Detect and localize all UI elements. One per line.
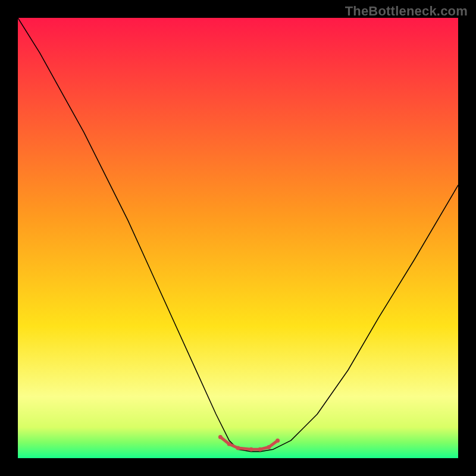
- marker-optimal-zone-marker: [227, 442, 231, 446]
- marker-optimal-zone-marker: [258, 447, 262, 452]
- gradient-background: [18, 18, 458, 458]
- marker-optimal-zone-marker: [236, 446, 240, 450]
- marker-optimal-zone-marker: [218, 435, 223, 439]
- chart-svg: [18, 18, 458, 458]
- plot-area: [18, 18, 458, 458]
- marker-optimal-zone-marker: [275, 439, 280, 443]
- chart-frame: TheBottleneck.com: [0, 0, 476, 476]
- marker-optimal-zone-marker: [249, 447, 253, 452]
- watermark-text: TheBottleneck.com: [345, 4, 468, 19]
- marker-optimal-zone-marker: [267, 445, 271, 449]
